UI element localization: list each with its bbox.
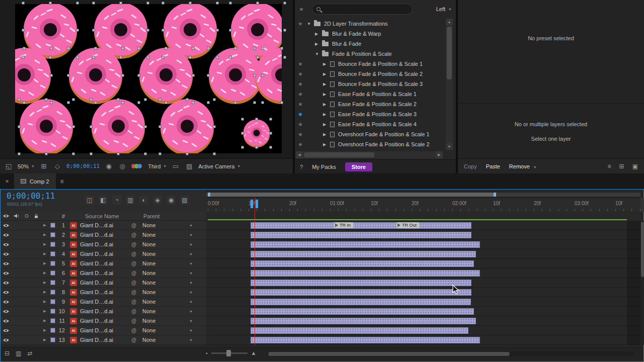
selection-handle[interactable]	[254, 47, 256, 50]
caret-right-icon[interactable]: ▶	[323, 132, 330, 137]
star-icon[interactable]: ★	[298, 71, 307, 77]
lock-toggle[interactable]	[32, 259, 41, 268]
selection-handle[interactable]	[76, 2, 79, 5]
label-color-chip[interactable]	[49, 221, 57, 230]
label-color-chip[interactable]	[49, 240, 57, 249]
audio-toggle[interactable]	[12, 249, 22, 259]
solo-toggle[interactable]	[22, 230, 32, 240]
lock-toggle[interactable]	[32, 335, 41, 345]
preset-vertical-scrollbar[interactable]: ▲ ▼	[446, 19, 453, 150]
label-color-chip[interactable]	[49, 335, 57, 345]
layer-expander-icon[interactable]: ▶	[41, 259, 49, 268]
selection-handle[interactable]	[67, 74, 70, 77]
selection-handle[interactable]	[93, 56, 95, 59]
tree-preset-row[interactable]: ★▶Bounce Fade & Position & Scale 1	[295, 59, 443, 69]
layer-duration-bar[interactable]	[251, 260, 474, 267]
eye-icon[interactable]	[1, 288, 12, 297]
selection-handle[interactable]	[207, 102, 210, 104]
selection-handle[interactable]	[192, 102, 195, 104]
selection-handle[interactable]	[95, 102, 97, 104]
eye-icon[interactable]	[1, 230, 12, 240]
selection-handle[interactable]	[162, 2, 165, 5]
layer-row[interactable]: ▶6AiGiant D…d.ai@None▼	[1, 268, 206, 278]
selection-handle[interactable]	[93, 2, 95, 5]
star-icon[interactable]: ★	[298, 101, 307, 108]
selection-handle[interactable]	[213, 153, 216, 155]
layer-expander-icon[interactable]: ▶	[41, 230, 49, 240]
solo-toggle[interactable]	[22, 221, 32, 230]
layer-duration-bar[interactable]	[251, 251, 476, 257]
star-icon[interactable]: ★	[298, 21, 307, 27]
layer-duration-bar[interactable]	[251, 280, 471, 286]
selection-handle[interactable]	[67, 102, 70, 104]
label-color-chip[interactable]	[49, 307, 57, 316]
selection-handle[interactable]	[117, 99, 120, 101]
layer-expander-icon[interactable]: ▶	[41, 240, 49, 249]
caret-down-icon[interactable]: ▼	[315, 52, 322, 56]
caret-down-icon[interactable]: ▼	[307, 22, 314, 26]
lock-toggle[interactable]	[32, 326, 41, 335]
solo-toggle[interactable]	[22, 335, 32, 345]
audio-toggle[interactable]	[12, 268, 22, 278]
selection-handle[interactable]	[270, 118, 272, 121]
search-input[interactable]	[324, 6, 408, 12]
selection-handle[interactable]	[23, 47, 26, 50]
selection-handle[interactable]	[186, 153, 189, 155]
selection-handle[interactable]	[262, 47, 264, 50]
caret-right-icon[interactable]: ▶	[323, 122, 330, 127]
audio-toggle[interactable]	[12, 307, 22, 316]
layer-name[interactable]: Giant D…d.ai	[77, 297, 129, 307]
solo-toggle[interactable]	[22, 240, 32, 249]
selection-handle[interactable]	[257, 56, 259, 59]
audio-toggle[interactable]	[12, 335, 22, 345]
selection-handle[interactable]	[138, 47, 140, 50]
parent-dropdown[interactable]: None▼	[138, 268, 206, 278]
audio-toggle[interactable]	[12, 316, 22, 326]
layer-row[interactable]: ▶13AiGiant D…d.ai@None▼	[1, 335, 206, 345]
selection-handle[interactable]	[122, 74, 124, 77]
layer-duration-bar[interactable]	[251, 308, 474, 315]
label-color-chip[interactable]	[49, 316, 57, 326]
selection-handle[interactable]	[234, 47, 237, 50]
layer-name[interactable]: Giant D…d.ai	[77, 268, 129, 278]
selection-handle[interactable]	[90, 99, 93, 101]
label-color-chip[interactable]	[49, 278, 57, 288]
audio-toggle[interactable]	[12, 278, 22, 288]
selection-handle[interactable]	[262, 74, 264, 77]
selection-handle[interactable]	[254, 74, 256, 77]
layer-name[interactable]: Giant D…d.ai	[77, 307, 129, 316]
solo-toggle[interactable]	[22, 326, 32, 335]
selection-handle[interactable]	[50, 102, 53, 104]
parent-pickwhip-icon[interactable]: @	[129, 307, 138, 316]
selection-handle[interactable]	[270, 146, 272, 149]
selection-handle[interactable]	[18, 126, 21, 128]
star-icon[interactable]: ★	[298, 81, 307, 87]
region-of-interest-icon[interactable]: ▭	[171, 162, 180, 170]
store-button[interactable]: Store	[345, 162, 372, 171]
selection-handle[interactable]	[229, 29, 232, 32]
tab-comp-2[interactable]: Comp 2	[14, 173, 56, 189]
solo-toggle[interactable]	[22, 288, 32, 297]
layer-duration-bar[interactable]	[251, 270, 480, 277]
timeline-vertical-scrollbar[interactable]	[640, 221, 644, 345]
selection-handle[interactable]	[18, 153, 21, 155]
number-column-header[interactable]: #	[57, 211, 68, 221]
tree-folder-row[interactable]: ★▼2D Layer Transformations	[295, 19, 443, 29]
label-color-chip[interactable]	[49, 268, 57, 278]
current-timecode[interactable]: 0;00;00;11	[7, 191, 55, 201]
tree-preset-row[interactable]: ★▶Ease Fade & Position & Scale 1	[295, 89, 443, 99]
caret-right-icon[interactable]: ▶	[323, 112, 330, 117]
lock-toggle[interactable]	[32, 297, 41, 307]
selection-handle[interactable]	[72, 99, 75, 101]
view-camera-dropdown[interactable]: Active Camera ▼	[198, 163, 240, 169]
audio-toggle[interactable]	[12, 221, 22, 230]
selection-handle[interactable]	[144, 126, 147, 128]
layer-row[interactable]: ▶1AiGiant D…d.ai@None▼	[1, 221, 206, 230]
selection-handle[interactable]	[45, 99, 48, 101]
tree-preset-row[interactable]: ★▶Bounce Fade & Position & Scale 3	[295, 79, 443, 89]
shy-layers-icon[interactable]: ◔	[112, 196, 121, 205]
motion-blur-icon[interactable]: ◐	[139, 196, 148, 205]
solo-toggle[interactable]	[22, 259, 32, 268]
eye-icon[interactable]	[1, 316, 12, 326]
view-layout-icon[interactable]: ◱	[4, 162, 13, 170]
